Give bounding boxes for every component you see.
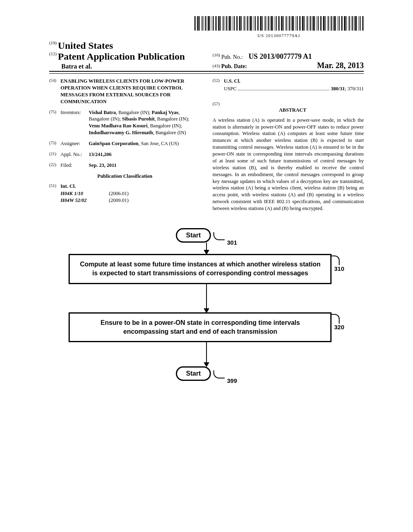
flow-step1-row: Compute at least some future time instan…	[61, 254, 352, 284]
header-right: (10) Pub. No.: US 2013/0077779 A1 (43) P…	[200, 52, 364, 70]
abstract-block: (57) ABSTRACT A wireless station (A) is …	[213, 101, 364, 212]
flow-step1-box: Compute at least some future time instan…	[69, 254, 332, 284]
header-left: (19) United States (12) Patent Applicati…	[49, 40, 200, 70]
right-column: (52) U.S. Cl. USPC 380/31; 370/311 (57) …	[213, 78, 364, 212]
patent-page: US 20130077779A1 (19) United States (12)…	[25, 0, 388, 397]
intcl-year: (2006.01)	[109, 190, 129, 197]
pub-no-num: (10)	[213, 52, 220, 57]
title-num: (54)	[49, 78, 60, 105]
abstract-text: A wireless station (A) is operated in a …	[213, 117, 364, 212]
callout-line	[332, 314, 340, 324]
intcl-list: H04K 1/10 (2006.01) H04W 52/02 (2009.01)	[49, 190, 200, 204]
barcode-area: US 20130077779A1	[49, 16, 364, 38]
flow-end-ref: 399	[227, 377, 237, 384]
arrow-down-icon	[206, 342, 207, 366]
intcl-row: H04W 52/02 (2009.01)	[60, 197, 200, 204]
pub-date-value: Mar. 28, 2013	[317, 61, 364, 70]
flow-start-row: Start 301	[61, 228, 352, 243]
arrow-down-icon	[206, 284, 207, 312]
inventors-value: Vishal Batra, Bangalore (IN); Pankaj Vya…	[89, 109, 200, 137]
uscl-entry: (52) U.S. Cl.	[213, 78, 364, 85]
assignee-num: (73)	[49, 140, 60, 147]
inventors-label: Inventors:	[60, 109, 89, 137]
inventors-num: (75)	[49, 109, 60, 137]
flow-step2-row: Ensure to be in a power-ON state in corr…	[61, 312, 352, 343]
header-rule	[49, 73, 364, 74]
flow-start-ref: 301	[227, 239, 237, 246]
flow-end-row: Start 399	[61, 366, 352, 381]
filed-value: Sep. 23, 2011	[89, 162, 200, 169]
flow-step2-box: Ensure to be in a power-ON state in corr…	[69, 312, 332, 343]
appl-label: Appl. No.:	[60, 151, 89, 158]
appl-entry: (21) Appl. No.: 13/241,206	[49, 151, 200, 158]
uspc-row: USPC 380/31; 370/311	[213, 85, 364, 92]
classification-heading: Publication Classification	[49, 173, 200, 180]
invention-title: ENABLING WIRELESS CLIENTS FOR LOW-POWER …	[60, 78, 200, 105]
intcl-row: H04K 1/10 (2006.01)	[60, 190, 200, 197]
callout-line	[332, 256, 340, 265]
left-column: (54) ENABLING WIRELESS CLIENTS FOR LOW-P…	[49, 78, 200, 212]
uscl-label: U.S. Cl.	[224, 78, 240, 85]
uspc-leader-dots	[238, 86, 329, 90]
pub-no-label: Pub. No.:	[221, 54, 243, 60]
filed-num: (22)	[49, 162, 60, 169]
intcl-label: Int. Cl.	[60, 183, 76, 190]
country-num: (19)	[49, 40, 56, 45]
intcl-code: H04K 1/10	[60, 190, 109, 197]
intcl-code: H04W 52/02	[60, 197, 109, 204]
flow-start-terminal: Start	[176, 228, 211, 243]
assignee-entry: (73) Assignee: GainSpan Corporation, San…	[49, 140, 200, 147]
barcode-text: US 20130077779A1	[194, 33, 364, 38]
abstract-heading: ABSTRACT	[225, 107, 360, 114]
intcl-num: (51)	[49, 183, 60, 190]
doc-type: Patent Application Publication	[58, 51, 185, 62]
uspc-prefix: USPC	[224, 85, 236, 92]
uscl-num: (52)	[213, 78, 224, 85]
callout-line	[213, 232, 225, 240]
title-entry: (54) ENABLING WIRELESS CLIENTS FOR LOW-P…	[49, 78, 200, 105]
header: (19) United States (12) Patent Applicati…	[49, 40, 364, 72]
filed-entry: (22) Filed: Sep. 23, 2011	[49, 162, 200, 169]
authors: Batra et al.	[49, 63, 200, 70]
abstract-num: (57)	[213, 101, 224, 107]
intcl-year: (2009.01)	[109, 197, 129, 204]
arrow-down-icon	[206, 243, 207, 254]
appl-value: 13/241,206	[89, 151, 200, 158]
uspc-value: 380/31; 370/311	[331, 85, 364, 92]
pub-date-num: (43)	[213, 63, 220, 68]
doc-type-num: (12)	[49, 51, 56, 56]
inventors-entry: (75) Inventors: Vishal Batra, Bangalore …	[49, 109, 200, 137]
pub-no-value: US 2013/0077779 A1	[248, 52, 312, 60]
callout-line	[213, 370, 225, 378]
filed-label: Filed:	[60, 162, 89, 169]
flow-step1-ref: 310	[334, 265, 344, 272]
flow-step2-ref: 320	[334, 324, 344, 330]
flow-end-terminal: Start	[176, 366, 211, 381]
appl-num: (21)	[49, 151, 60, 158]
barcode-graphic	[194, 16, 364, 31]
pub-date-label: Pub. Date:	[221, 63, 247, 69]
flowchart: Start 301 Compute at least some future t…	[61, 228, 352, 381]
country: United States	[58, 40, 113, 51]
columns: (54) ENABLING WIRELESS CLIENTS FOR LOW-P…	[49, 78, 364, 212]
intcl-entry: (51) Int. Cl.	[49, 183, 200, 190]
assignee-label: Assignee:	[60, 140, 89, 147]
assignee-value: GainSpan Corporation, San Jose, CA (US)	[89, 140, 200, 147]
